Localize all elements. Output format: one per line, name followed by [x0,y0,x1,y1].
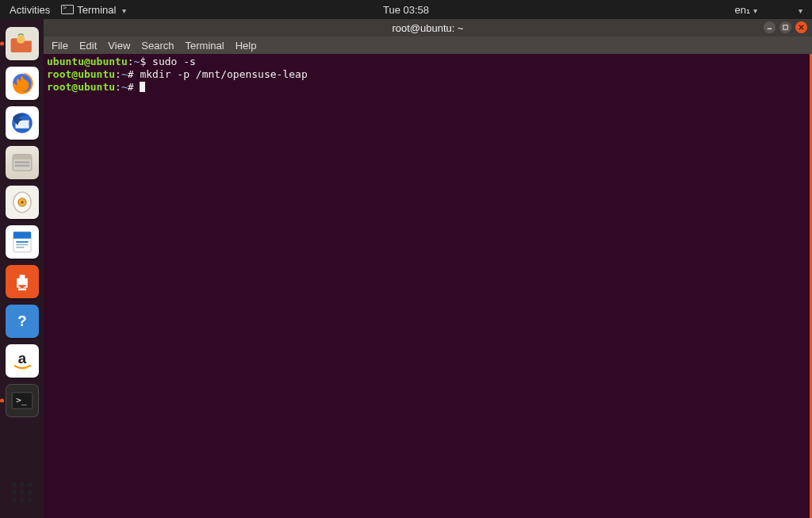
menu-help[interactable]: Help [236,40,257,52]
dock-terminal[interactable]: >_ [6,384,39,417]
window-maximize-button[interactable] [779,21,791,33]
menu-search[interactable]: Search [141,40,174,52]
svg-rect-16 [16,241,28,243]
svg-rect-15 [13,232,30,239]
terminal-icon [61,5,74,14]
dock-firefox[interactable] [6,67,39,100]
svg-text:?: ? [17,313,26,329]
dock-rhythmbox[interactable] [6,186,39,219]
terminal-line: ubuntu@ubuntu:~$ sudo -s [47,56,806,68]
window-title: root@ubuntu: ~ [392,22,463,34]
window-minimize-button[interactable] [764,21,776,33]
top-panel: Activities Terminal Tue 03:58 en₁ [0,0,812,19]
dock-writer[interactable] [6,225,39,259]
svg-text:>_: >_ [16,395,27,405]
dock-nautilus[interactable] [6,146,39,179]
dock-software[interactable] [6,265,39,298]
svg-rect-25 [783,25,787,29]
app-menu-label: Terminal [77,4,116,16]
terminal-window: root@ubuntu: ~ File Edit View Search Ter… [44,19,812,518]
dock-help[interactable]: ? [6,305,39,338]
terminal-line: root@ubuntu:~# [47,81,806,94]
svg-rect-19 [17,289,25,291]
window-menubar: File Edit View Search Terminal Help [44,36,812,54]
svg-rect-18 [16,247,24,248]
svg-rect-17 [16,244,28,246]
show-applications-button[interactable] [10,480,35,505]
dock: ? a >_ [0,19,44,518]
menu-view[interactable]: View [108,40,130,52]
svg-text:a: a [17,350,26,366]
svg-rect-9 [14,161,29,163]
svg-point-13 [21,201,23,203]
menu-edit[interactable]: Edit [79,40,97,52]
dock-amazon[interactable]: a [6,344,39,378]
clock[interactable]: Tue 03:58 [383,4,429,16]
activities-button[interactable]: Activities [10,4,50,16]
window-titlebar[interactable]: root@ubuntu: ~ [44,19,812,36]
app-menu[interactable]: Terminal [61,4,126,16]
terminal-output[interactable]: ubuntu@ubuntu:~$ sudo -sroot@ubuntu:~# m… [44,54,812,518]
dock-files[interactable] [6,27,39,60]
svg-rect-10 [14,165,29,167]
system-menu-dropdown[interactable] [795,4,802,16]
terminal-line: root@ubuntu:~# mkdir -p /mnt/opensuse-le… [47,68,806,81]
window-close-button[interactable] [795,21,807,33]
svg-point-4 [17,36,25,44]
menu-file[interactable]: File [52,40,68,52]
cursor [140,82,145,92]
dock-thunderbird[interactable] [6,106,39,140]
svg-rect-8 [13,155,32,159]
input-source[interactable]: en₁ [735,4,757,16]
menu-terminal[interactable]: Terminal [186,40,224,52]
